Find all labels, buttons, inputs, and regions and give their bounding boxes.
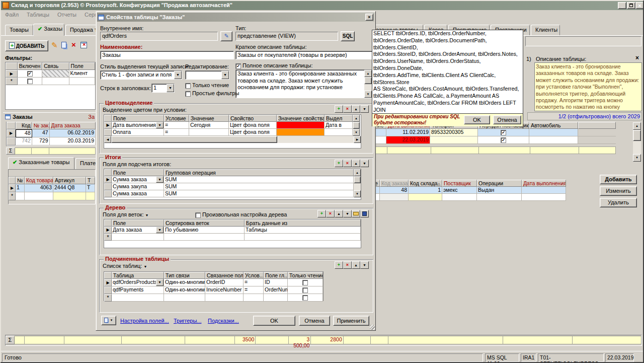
products-col-t[interactable]: Т [86,177,95,184]
color-row-1[interactable]: ▶ Дата выполнения▼ = Сегодня Цвет фона п… [104,122,361,129]
tree-row-new[interactable]: * [104,234,361,241]
subtables-row-new[interactable]: * [104,294,323,302]
filter-enabled-checkbox[interactable]: ✔ [27,71,33,77]
tab-tovary[interactable]: Товары [5,25,33,36]
menu-file[interactable]: Файл [1,11,23,19]
tree-custom-checkbox-row[interactable]: Произвольная настройка дерева [195,211,287,218]
delete-row-icon[interactable]: × [326,210,335,217]
move-up-icon[interactable]: ▲ [352,261,360,269]
bg-supplier-row-1[interactable]: 48 1 эмекс Выдан [373,187,585,194]
description-close-icon[interactable]: × [635,54,639,61]
scroll-right-icon[interactable]: ▶ [354,136,361,143]
internal-name-field[interactable]: qdfOrders [100,32,218,41]
delete-row-icon[interactable]: × [343,160,352,167]
col-car[interactable]: Автомобиль [529,122,578,129]
minimize-button[interactable]: _ [618,2,626,9]
products-col-articul[interactable]: Артикул [53,177,86,184]
dropdown-icon[interactable]: ▼ [156,176,164,183]
tab-klienty[interactable]: Клиенты [531,25,560,36]
move-up-icon[interactable]: ▲ [352,105,360,113]
scroll-thumb[interactable] [354,176,361,183]
orders-row-1[interactable]: ▶ 48 47 06.02.2019 [7,129,96,137]
add-row-icon[interactable]: + [335,105,343,113]
restore-button[interactable] [627,2,635,9]
full-desc-checkbox-row[interactable]: ✔ Полное описание таблицы: [235,62,313,69]
style-combobox[interactable]: Стиль 1 - фон записи и поля ▼ [100,70,182,80]
move-up-icon[interactable]: ▲ [352,160,360,167]
menu-tables[interactable]: Таблицы [23,11,53,19]
orders-col-date[interactable]: Дата заказа [50,122,96,129]
totals-row-3[interactable]: Сумма заказа SUM ▼ [104,190,361,197]
products-row-new[interactable]: * [9,192,95,200]
dialog-close-button[interactable]: × [365,14,373,21]
scroll-left-icon[interactable]: ◀ [104,136,111,143]
col-operations[interactable]: Операции [477,180,522,187]
subtables-group-subtitle[interactable]: Список таблиц: ▼ [103,263,147,269]
filters-col-enabled[interactable]: Включен [18,62,42,70]
rows-in-header-combobox[interactable]: 1 ▼ [151,84,175,93]
products-row-1[interactable]: ▶ 1 4063 2444 Q8 Т [9,184,95,192]
col-done-date-2[interactable]: Дата выполнения [522,180,566,187]
orders-col-kod[interactable]: Код [16,122,32,129]
orders-row-2[interactable]: 742 729 20.03.2019 [7,137,96,146]
color-value-orange[interactable] [277,129,325,136]
full-desc-checkbox[interactable]: ✔ [235,63,241,69]
hints-link[interactable]: Подсказки... [208,318,239,324]
color-grid-hscrollbar[interactable]: ◀ ▶ [104,136,361,143]
simple-filters-checkbox[interactable] [185,91,191,97]
tree-custom-checkbox[interactable] [195,212,201,218]
scroll-thumb[interactable] [364,77,372,84]
readonly-checkbox-row[interactable]: Только чтение [185,82,229,89]
filters-row-1[interactable]: ▶ ✔ Клиент [6,70,95,78]
sql-ok-button[interactable]: OK [464,115,490,124]
textarea-vscrollbar[interactable]: ▲ ▼ [364,70,372,98]
passed-checkbox[interactable]: ✔ [501,137,506,143]
ok-button[interactable]: OK [253,316,295,326]
copy-record-icon[interactable] [61,42,66,48]
dialog-titlebar[interactable]: Свойства таблицы "Заказы" × [97,13,374,22]
filters-col-field[interactable]: Поле [69,62,95,70]
col-store-code[interactable]: Код склада△ [409,180,442,187]
full-desc-textarea[interactable]: Заказ клиента - это бронирование заказан… [235,69,372,98]
name-input[interactable]: Заказы [100,51,234,59]
save-icon[interactable] [360,210,369,217]
dropdown-icon[interactable]: ▼ [167,84,174,92]
add-record-button[interactable]: + ДОБАВИТЬ [5,40,48,51]
scroll-down-icon[interactable]: ▼ [353,129,360,136]
triggers-link[interactable]: Триггеры... [174,318,201,324]
tree-group-subtitle[interactable]: Поля для веток: ▼ [103,211,148,217]
sql-button[interactable]: SQL [341,31,355,41]
scroll-down-icon[interactable]: ▼ [364,91,372,98]
totals-row-2[interactable]: Сумма закупа SUM [104,183,361,190]
readonly-checkbox[interactable] [302,295,308,301]
move-up-icon[interactable]: ▲ [335,210,343,217]
dropdown-icon[interactable]: ▼ [156,227,164,233]
readonly-checkbox[interactable] [302,287,308,293]
scroll-thumb[interactable] [111,136,277,143]
dropdown-icon[interactable]: ▼ [221,71,229,79]
tab-payments[interactable]: Платежи [75,158,98,169]
delete-record-icon[interactable]: × [71,40,76,49]
color-row-2[interactable]: Оплата = Цвет фона поля ▼ [104,129,361,136]
dropdown-icon[interactable]: ▼ [174,71,182,79]
col-supplier[interactable]: Поставщик [442,180,477,187]
bg-supplier-row-new[interactable] [373,194,585,201]
right-search-field[interactable] [525,36,641,46]
totals-row-1[interactable]: ▶ Сумма заказа▼ SUM [104,176,361,183]
move-down-icon[interactable]: ▼ [360,160,369,167]
close-button[interactable]: × [635,2,644,9]
tree-row-1[interactable]: ▶ Дата заказа▼ По убыванию Таблицы [104,227,361,234]
subtables-row-1[interactable]: ▶ qdfOrdersProducts▼ Один-ко-многим Orde… [104,279,323,286]
sql-cancel-button[interactable]: Отмена [493,115,521,124]
copy-settings-button[interactable]: ▼ [101,316,116,325]
tab-prodazha[interactable]: Продажа то [65,25,97,36]
scroll-down-icon[interactable]: ▼ [633,154,641,162]
scroll-thumb[interactable] [633,130,641,141]
short-desc-input[interactable]: Заказы от покупателей (товары в резерве) [235,51,372,59]
move-down-icon[interactable]: ▼ [360,261,369,269]
scroll-up-icon[interactable]: ▲ [364,70,372,77]
menu-reports[interactable]: Отчеты [53,11,80,19]
bg-orders-vscrollbar[interactable]: ▲ ▼ [633,122,641,162]
edit-mode-combobox[interactable]: ▼ [185,70,229,80]
products-col-num[interactable]: № [16,177,25,184]
